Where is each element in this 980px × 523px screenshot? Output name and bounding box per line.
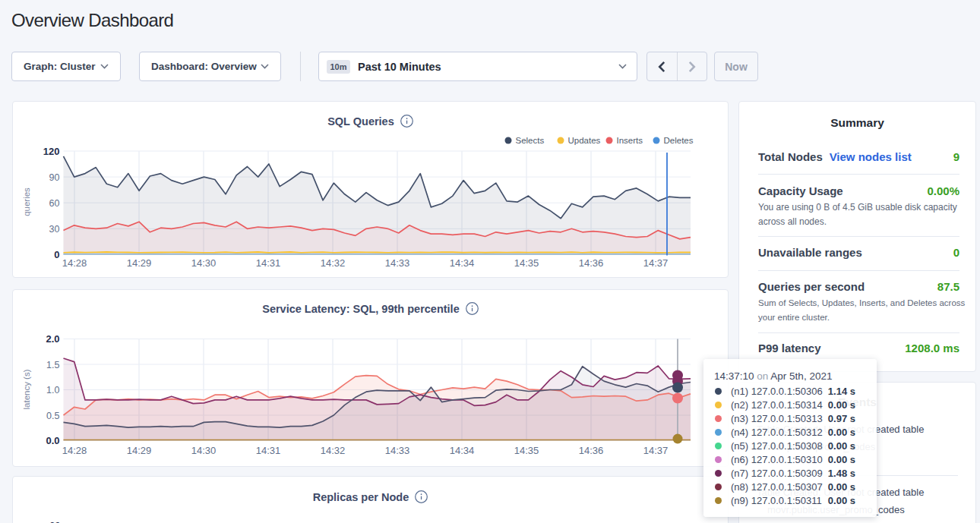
svg-text:Updates: Updates [568, 136, 601, 145]
svg-text:queries: queries [22, 187, 31, 216]
svg-text:14:32: 14:32 [321, 257, 346, 269]
svg-text:2.0: 2.0 [46, 333, 59, 345]
svg-text:14:34: 14:34 [450, 445, 475, 456]
svg-text:14:37: 14:37 [643, 445, 669, 456]
svg-text:14:28: 14:28 [62, 445, 87, 456]
svg-text:Selects: Selects [516, 136, 545, 145]
svg-text:14:36: 14:36 [579, 257, 604, 269]
svg-text:0: 0 [54, 249, 59, 260]
svg-text:14:36: 14:36 [579, 445, 604, 456]
svg-text:14:28: 14:28 [62, 257, 87, 269]
svg-text:90: 90 [49, 172, 60, 183]
svg-text:14:31: 14:31 [256, 257, 281, 269]
svg-text:latency (s): latency (s) [22, 369, 31, 409]
svg-text:60: 60 [49, 198, 60, 209]
svg-text:Inserts: Inserts [617, 136, 643, 145]
svg-text:0.0: 0.0 [46, 435, 59, 446]
svg-text:14:33: 14:33 [385, 445, 410, 456]
svg-text:Deletes: Deletes [664, 136, 694, 145]
svg-text:14:31: 14:31 [256, 445, 281, 456]
svg-text:14:33: 14:33 [385, 257, 410, 269]
svg-text:1.5: 1.5 [46, 360, 59, 370]
svg-text:14:37: 14:37 [643, 257, 669, 269]
svg-text:14:35: 14:35 [514, 257, 539, 269]
svg-text:14:35: 14:35 [514, 445, 539, 456]
svg-text:14:32: 14:32 [321, 445, 346, 456]
svg-text:14:30: 14:30 [191, 445, 217, 456]
svg-text:1.0: 1.0 [46, 385, 59, 395]
svg-text:120: 120 [43, 146, 60, 157]
svg-text:0.5: 0.5 [46, 411, 59, 421]
svg-text:14:29: 14:29 [127, 445, 152, 456]
svg-text:30: 30 [49, 224, 60, 235]
svg-text:14:29: 14:29 [127, 257, 152, 269]
svg-text:14:34: 14:34 [450, 257, 475, 269]
svg-text:14:30: 14:30 [191, 257, 217, 269]
